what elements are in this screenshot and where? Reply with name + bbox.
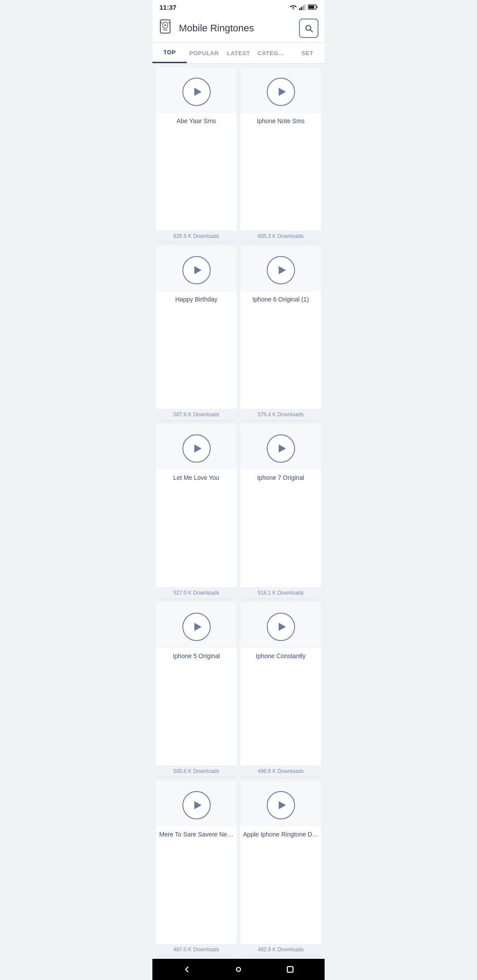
recents-icon [285,965,295,974]
card-title: Iphone 6 Original (1) [240,291,321,305]
play-circle [267,613,295,641]
back-icon [182,965,192,974]
svg-rect-21 [287,967,293,972]
battery-icon [308,4,318,10]
ringtone-card: Iphone Constantly 496.8 K Downloads [240,602,321,777]
card-title: Let Me Love You [156,470,237,483]
ringtone-grid: Abe Yaar Sms 635.5 K Downloads Iphone No… [152,64,325,959]
card-downloads: 576.4 K Downloads [240,409,321,420]
card-title: Iphone 7 Original [240,470,321,483]
play-circle [182,613,211,641]
svg-marker-13 [279,266,286,275]
card-downloads: 518.1 K Downloads [240,587,321,599]
card-title: Abe Yaar Sms [156,113,237,126]
play-button[interactable] [156,602,237,648]
svg-rect-1 [301,7,302,10]
card-downloads: 487.0 K Downloads [156,944,237,955]
card-title: Iphone 5 Original [156,648,237,661]
card-downloads: 527.0 K Downloads [156,587,237,599]
play-circle [182,434,211,463]
app-bar: Mobile Ringtones [152,14,325,43]
status-bar: 11:37 [152,0,325,14]
ringtone-card: Iphone 6 Original (1) 576.4 K Downloads [240,245,321,420]
card-downloads: 482.8 K Downloads [240,944,321,955]
svg-point-20 [236,967,240,971]
play-button[interactable] [240,780,321,826]
ringtone-card: Let Me Love You 527.0 K Downloads [156,424,237,599]
card-title: Iphone Note Sms [240,113,321,126]
card-title: Apple Iphone Ringtone D… [240,826,321,840]
svg-marker-12 [194,266,201,275]
recents-button[interactable] [285,965,295,974]
svg-rect-6 [317,6,318,8]
play-button[interactable] [156,245,237,291]
ringtone-card: Abe Yaar Sms 635.5 K Downloads [156,67,237,242]
play-circle [182,791,211,819]
play-circle [182,256,211,284]
card-downloads: 587.6 K Downloads [156,409,237,420]
play-icon [276,264,288,276]
svg-marker-17 [279,623,286,631]
play-circle [182,78,211,106]
tab-latest[interactable]: LATEST [221,44,256,63]
ringtone-card: Apple Iphone Ringtone D… 482.8 K Downloa… [240,780,321,955]
play-icon [191,86,204,98]
home-button[interactable] [234,965,243,974]
search-icon [304,23,314,33]
play-icon [276,86,288,98]
tab-categories[interactable]: CATEGORIES [256,44,290,63]
svg-rect-2 [303,6,304,10]
tabs: TOP POPULAR LATEST CATEGORIES SET [152,43,325,64]
svg-marker-11 [279,88,286,96]
back-button[interactable] [182,965,192,974]
card-title: Iphone Constantly [240,648,321,661]
card-downloads: 500.6 K Downloads [156,765,237,777]
play-icon [191,442,204,455]
tab-set[interactable]: SET [290,44,325,63]
card-title: Happy Birthday [156,291,237,305]
card-title: Mere To Sare Savere Ne… [156,826,237,840]
svg-point-9 [164,24,166,26]
play-button[interactable] [240,424,321,470]
svg-marker-15 [279,445,286,453]
play-icon [276,799,288,811]
play-button[interactable] [240,245,321,291]
tab-top[interactable]: TOP [152,43,187,63]
play-circle [267,434,295,463]
card-downloads: 635.5 K Downloads [156,230,237,242]
play-circle [267,78,295,106]
app-logo-icon [159,19,174,38]
ringtone-card: Iphone 5 Original 500.6 K Downloads [156,602,237,777]
play-icon [276,442,288,455]
play-button[interactable] [240,602,321,648]
play-circle [267,791,295,819]
play-icon [276,621,288,633]
play-button[interactable] [156,780,237,826]
play-button[interactable] [240,67,321,113]
wifi-icon [289,4,297,10]
play-button[interactable] [156,67,237,113]
signal-icon [299,4,306,10]
app-title: Mobile Ringtones [179,23,295,34]
status-icons [289,4,318,10]
card-downloads: 605.3 K Downloads [240,230,321,242]
ringtone-card: Iphone 7 Original 518.1 K Downloads [240,424,321,599]
svg-rect-3 [304,4,306,10]
ringtone-card: Happy Birthday 587.6 K Downloads [156,245,237,420]
svg-marker-14 [194,445,201,453]
svg-marker-19 [279,801,286,810]
svg-marker-18 [194,801,201,810]
play-button[interactable] [156,424,237,470]
play-icon [191,799,204,811]
ringtone-card: Mere To Sare Savere Ne… 487.0 K Download… [156,780,237,955]
nav-bar [152,959,325,980]
tab-popular[interactable]: POPULAR [187,44,221,63]
search-button[interactable] [299,19,318,38]
svg-rect-5 [309,6,314,9]
play-icon [191,621,204,633]
play-icon [191,264,204,276]
svg-marker-16 [194,623,201,631]
svg-rect-0 [299,8,300,10]
svg-marker-10 [194,88,201,96]
ringtone-card: Iphone Note Sms 605.3 K Downloads [240,67,321,242]
